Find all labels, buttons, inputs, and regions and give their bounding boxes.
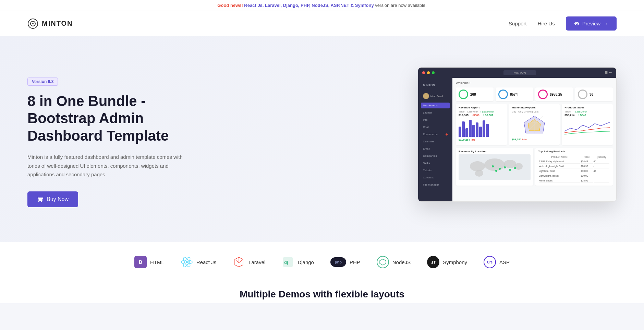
col-name: Product Name: [539, 155, 580, 159]
hero-description: Minton is a fully featured dashboard and…: [27, 153, 192, 179]
sidebar-calendar[interactable]: Calendar: [421, 139, 450, 144]
hero-title: 8 in One Bundle -Bootstrap AdminDashboar…: [27, 93, 192, 144]
nav-support[interactable]: Support: [509, 21, 527, 26]
svg-point-8: [470, 161, 485, 172]
tech-php: php PHP: [330, 257, 360, 267]
stat-num-3: $958.25: [550, 93, 562, 96]
cart-icon: [37, 196, 43, 202]
svg-point-12: [475, 170, 483, 177]
product-qty-4: -: [594, 174, 610, 178]
table-row: ASUS Relay High-waist $34.44 46: [539, 160, 609, 164]
chart-marketing-label: Marketing Reports: [512, 106, 557, 109]
django-label: Django: [297, 259, 314, 265]
table-row: Hema Shoes $28.95 -: [539, 179, 609, 183]
chart-map: Revenue By Location: [456, 148, 533, 186]
version-badge: Version 9.3: [27, 78, 58, 86]
dash-main: Welcome ! 268 8574: [452, 78, 616, 201]
welcome-row: Welcome !: [456, 81, 613, 85]
django-svg: dj: [282, 256, 294, 268]
react-icon: [181, 256, 193, 268]
product-qty-2: -: [594, 164, 610, 168]
sidebar-chat[interactable]: Chat: [421, 124, 450, 130]
stat-circle-4: [578, 90, 587, 99]
marketing-total: $98,741 info: [512, 138, 557, 141]
product-price-3: $30.00: [581, 169, 593, 173]
col-price: Price: [581, 155, 593, 159]
product-name-2: Watos Lightweight Shirt: [539, 164, 580, 168]
header: MINTON Support Hire Us Preview →: [0, 11, 644, 36]
svg-marker-25: [380, 259, 386, 265]
product-price-2: $28.92: [581, 164, 593, 168]
chart-products-table: Top Selling Products Product Name Price …: [535, 148, 613, 186]
symphony-icon: sf: [427, 256, 439, 268]
svg-point-2: [32, 23, 34, 24]
sidebar-companies[interactable]: Companies: [421, 153, 450, 159]
svg-point-15: [504, 166, 506, 168]
preview-btn-label: Preview: [582, 21, 600, 26]
eye-icon: [574, 21, 580, 26]
dot-green: [432, 71, 435, 74]
dot-yellow: [427, 71, 430, 74]
product-name-1: ASUS Relay High-waist: [539, 160, 580, 164]
product-name-4: Lightweight Jacket: [539, 174, 580, 178]
tech-list-text: React Js, Laravel, Django, PHP, NodeJS, …: [244, 3, 374, 8]
buy-now-button[interactable]: Buy Now: [27, 191, 78, 207]
radar-chart: [521, 114, 548, 137]
sidebar-launch[interactable]: Launch: [421, 110, 450, 116]
welcome-text: Welcome !: [456, 81, 470, 85]
col-qty: Quantity: [594, 155, 610, 159]
tech-django: dj Django: [282, 256, 314, 268]
nav-hire-us[interactable]: Hire Us: [538, 21, 555, 26]
symphony-label: Symphony: [443, 259, 467, 265]
preview-button[interactable]: Preview →: [566, 16, 617, 31]
svg-text:dj: dj: [284, 260, 288, 265]
table-row: LightGear Shirt $30.00 44: [539, 169, 609, 173]
sidebar-info[interactable]: Info: [421, 117, 450, 123]
sidebar-contacts[interactable]: Contacts: [421, 175, 450, 180]
svg-point-17: [514, 167, 516, 169]
stat-text-3: $958.25: [550, 93, 562, 96]
php-label: PHP: [350, 259, 360, 265]
sidebar-ecommerce[interactable]: Ecommerce: [421, 131, 450, 137]
sidebar-dashboards[interactable]: Dashboards: [421, 103, 450, 108]
dot-red: [422, 71, 425, 74]
bottom-row: Revenue By Location: [456, 148, 613, 186]
banner-suffix: version are now available.: [375, 3, 426, 8]
logo[interactable]: MINTON: [27, 18, 73, 29]
table-row: Watos Lightweight Shirt $28.92 -: [539, 164, 609, 168]
chart-revenue-label: Revenue Report: [459, 106, 504, 109]
svg-point-13: [492, 165, 494, 167]
product-qty-3: 44: [594, 169, 610, 173]
laravel-label: Laravel: [248, 259, 265, 265]
sidebar-file-manager[interactable]: File Manager: [421, 182, 450, 188]
charts-row: Revenue Report TargetLast week↑ Last Mon…: [456, 104, 613, 145]
svg-point-19: [186, 261, 188, 263]
stat-num-1: 268: [470, 93, 476, 96]
tech-html: B HTML: [134, 256, 164, 268]
dashboard-preview: MINTON ☰ ⋯ MINTON Nimb Panel Dashboards: [418, 67, 617, 202]
stat-num-2: 8574: [510, 93, 518, 96]
banner-tech-list: React Js, Laravel, Django, PHP, NodeJS, …: [244, 3, 374, 8]
dash-browser-bar: MINTON ☰ ⋯: [418, 68, 616, 78]
chart-revenue: Revenue Report TargetLast week↑ Last Mon…: [456, 104, 507, 145]
revenue-total: $100,254 info: [459, 138, 504, 141]
preview-arrow: →: [603, 21, 608, 26]
top-banner: Good news! React Js, Laravel, Django, PH…: [0, 0, 644, 11]
sidebar-tickets[interactable]: Tickets: [421, 167, 450, 173]
chart-products: Products Sales Target↑ Last Month $56,21…: [562, 104, 613, 145]
stat-circle-3: [538, 90, 548, 99]
world-map-svg: [459, 154, 531, 180]
stat-circle-2: [498, 90, 508, 99]
reactjs-label: React Js: [196, 259, 216, 265]
product-name-3: LightGear Shirt: [539, 169, 580, 173]
dash-body: MINTON Nimb Panel Dashboards Launch Info…: [418, 78, 616, 201]
dash-sidebar: MINTON Nimb Panel Dashboards Launch Info…: [418, 78, 452, 201]
sidebar-tasks[interactable]: Tasks: [421, 160, 450, 166]
laravel-svg: [233, 256, 245, 268]
stat-card-3: $958.25: [535, 87, 573, 101]
sidebar-email[interactable]: Email: [421, 146, 450, 152]
tech-nodejs: NodeJS: [377, 256, 411, 268]
stat-text-4: 36: [590, 93, 593, 96]
asp-icon: Cre: [484, 256, 496, 268]
line-chart: [564, 118, 610, 137]
